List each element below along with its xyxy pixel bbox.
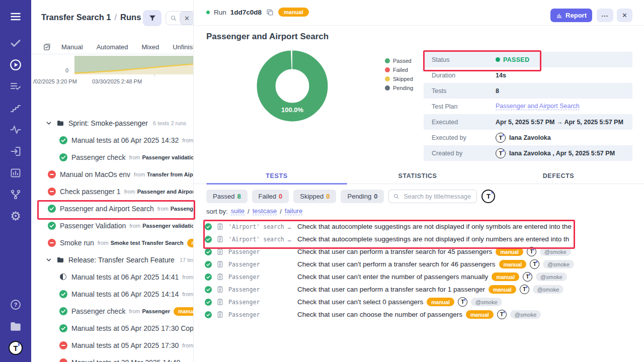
filter-failed-chip[interactable]: Failed 0 — [252, 190, 289, 203]
test-title[interactable]: Check that user can perform a transfer s… — [297, 286, 485, 293]
tree-run-item[interactable]: Passenger check from Passenger manual 6 — [31, 303, 193, 320]
tree-run-item[interactable]: Manual tests at 06 Apr 2025 14:32 from P… — [31, 132, 193, 149]
tree-run-item[interactable]: Manual tests at 06 Apr 2025 14:41 from T… — [31, 268, 193, 286]
legend-label: Failed — [393, 67, 408, 73]
user-avatar: T — [523, 272, 532, 282]
from-label: from — [129, 154, 140, 160]
report-button[interactable]: Report — [550, 9, 592, 22]
search-icon — [393, 193, 399, 200]
test-plan-link[interactable]: Passenger and Airport Search — [496, 103, 580, 110]
copy-icon[interactable] — [266, 8, 274, 17]
legend-item-skipped: Skipped — [385, 74, 413, 83]
clear-search-button[interactable]: ✕ — [180, 12, 194, 25]
test-row[interactable]: Passenger Check that user can choose the… — [204, 308, 644, 321]
help-icon[interactable]: ? — [8, 297, 23, 312]
menu-icon[interactable] — [8, 9, 23, 24]
user-avatar: T — [496, 133, 506, 143]
chart-x-label-1: /02/2025 3:20 PM — [33, 78, 77, 84]
test-row[interactable]: Passenger Check that user can't perform … — [204, 258, 644, 270]
branches-nav-icon[interactable] — [8, 187, 23, 202]
status-passed-icon — [205, 299, 212, 306]
results-donut-chart: 100.0% — [257, 50, 328, 122]
tree-folder[interactable]: Release: Transfer Search Feature 17 test… — [31, 251, 193, 268]
status-failed-icon — [59, 341, 67, 349]
tree-run-item[interactable]: Passenger and Airport Search from Passen… — [31, 200, 193, 217]
test-title[interactable]: Check that user can't enter the number o… — [297, 273, 488, 281]
test-plans-nav-icon[interactable] — [8, 79, 23, 94]
runs-tab-automated[interactable]: Automated — [97, 43, 128, 51]
tree-run-item[interactable]: Manual tests at 05 Apr 2025 17:30 from T… — [31, 337, 193, 354]
breadcrumb: Transfer Search 1 / Runs — [41, 13, 141, 22]
filter-count: 8 — [237, 193, 240, 200]
chevron-down-icon[interactable] — [45, 256, 52, 263]
tab-defects[interactable]: DEFECTS — [488, 170, 629, 184]
workspace-logo[interactable]: T — [8, 340, 23, 355]
breadcrumb-project[interactable]: Transfer Search 1 — [41, 13, 111, 22]
sort-link-suite[interactable]: suite — [231, 207, 245, 215]
import-nav-icon[interactable] — [8, 144, 23, 159]
tree-run-item[interactable]: Manual tests at 06 Apr 2025 14:14 from P… — [31, 286, 193, 303]
funnel-icon — [148, 14, 156, 22]
tree-run-item[interactable]: Smoke run from Smoke test Transfer Searc… — [31, 234, 193, 251]
test-row[interactable]: 'Airport' search … Check that autocomple… — [204, 233, 644, 245]
filter-count: 0 — [374, 193, 377, 200]
more-actions-button[interactable]: ... — [597, 9, 613, 22]
test-title[interactable]: Check that autocomplete suggestings are … — [297, 223, 572, 230]
test-title[interactable]: Check that user can choose the number of… — [297, 311, 462, 318]
test-row[interactable]: Passenger Check that user can perform a … — [204, 245, 644, 258]
user-name: Iana Zavoloka — [509, 134, 551, 141]
test-row[interactable]: Passenger Check that user can't enter th… — [204, 270, 644, 283]
run-item-title: Smoke run — [60, 239, 94, 247]
runs-tab-manual[interactable]: Manual — [61, 43, 83, 51]
clipboard-icon — [216, 248, 224, 255]
summary-row: Executed Apr 5, 2025 5:57 PM → Apr 5, 20… — [424, 114, 632, 130]
milestones-nav-icon[interactable] — [8, 101, 23, 116]
tree-run-item[interactable]: Manual on MacOs env from Transfer from A… — [31, 166, 193, 183]
tests-search[interactable] — [388, 190, 477, 203]
filter-passed-chip[interactable]: Passed 8 — [206, 190, 248, 203]
run-summary-table: Status PASSED Duration 14s Tests 8 Test … — [424, 52, 632, 161]
assignee-avatar-button[interactable]: T — [481, 190, 495, 203]
filter-pending-chip[interactable]: Pending 0 — [341, 190, 384, 203]
run-source: Passenger — [142, 308, 170, 314]
summary-value: Apr 5, 2025 5:57 PM → Apr 5, 2025 5:57 P… — [496, 119, 623, 126]
tests-search-input[interactable] — [403, 193, 472, 201]
projects-folder-icon[interactable] — [8, 319, 23, 334]
runs-tab-mixed[interactable]: Mixed — [142, 43, 159, 51]
tab-tests[interactable]: TESTS — [206, 170, 347, 184]
tree-run-item[interactable]: Passenger Validation from Passenger vali… — [31, 217, 193, 234]
tree-run-item[interactable]: Passenger check from Passenger validatio… — [31, 149, 193, 166]
test-title[interactable]: Check that user can perform a transfer s… — [297, 248, 492, 255]
tree-folder[interactable]: Sprint: Smoke-passenger 6 tests 2 runs — [31, 115, 193, 132]
filter-skipped-chip[interactable]: Skipped 0 — [293, 190, 336, 203]
tree-run-item[interactable]: Manual tests at 05 Apr 2025 17:30 Copy f… — [31, 320, 193, 337]
legend-label: Passed — [393, 58, 412, 64]
settings-gear-icon[interactable]: ⚙ — [8, 209, 23, 224]
user-avatar: T — [497, 310, 507, 319]
reports-nav-icon[interactable] — [8, 165, 23, 180]
test-title[interactable]: Check that user can't perform a transfer… — [297, 260, 496, 268]
run-item-title: Manual on MacOs env — [60, 170, 130, 178]
test-title[interactable]: Check that user can't select 0 passenger… — [297, 298, 423, 306]
runs-panel: Transfer Search 1 / Runs ✕ ManualAutomat… — [31, 0, 194, 362]
tree-run-item[interactable]: Manual tests at 30 Mar 2025 14:40 — [31, 354, 193, 362]
activity-nav-icon[interactable] — [8, 122, 23, 137]
chevron-down-icon[interactable] — [45, 120, 52, 127]
test-title[interactable]: Check that autocomplete suggestings are … — [297, 235, 569, 243]
runs-panel-header: Transfer Search 1 / Runs ✕ — [31, 10, 193, 27]
sort-link-failure[interactable]: failure — [285, 207, 302, 215]
status-passed-icon — [205, 248, 212, 255]
test-row[interactable]: Passenger Check that user can perform a … — [204, 283, 644, 296]
close-run-button[interactable]: ✕ — [617, 9, 632, 22]
folder-meta: 17 tests 5 — [180, 257, 193, 263]
tab-statistics[interactable]: STATISTICS — [347, 170, 488, 184]
test-row[interactable]: 'Airport' search … Check that autocomple… — [204, 220, 644, 233]
test-row[interactable]: Passenger Check that user can't select 0… — [204, 296, 644, 308]
filter-button[interactable] — [143, 10, 162, 26]
runs-nav-icon[interactable] — [8, 57, 23, 72]
checks-nav-icon[interactable] — [8, 36, 23, 51]
runs-tab-unfinished[interactable]: Unfinished — [173, 43, 193, 51]
tree-run-item[interactable]: Check passenger 1 from Passenger and Air… — [31, 183, 193, 200]
sort-link-testcase[interactable]: testcase — [253, 207, 277, 215]
select-runs-icon[interactable] — [43, 43, 51, 51]
